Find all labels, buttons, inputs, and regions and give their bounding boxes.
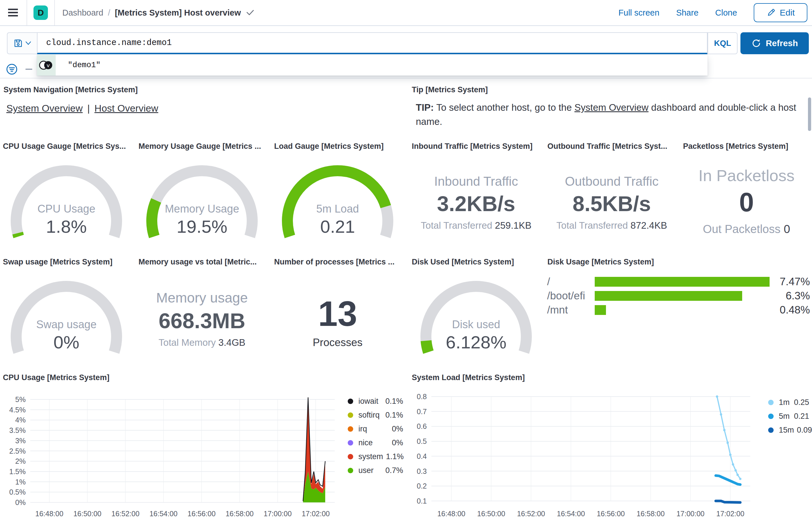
panel-title: Memory usage vs total [Metric... [139,258,257,266]
panel-title: System Navigation [Metrics System] [3,85,138,94]
metric-value: 668.3MB [136,308,269,333]
space-switcher: D [27,0,55,25]
legend-item[interactable]: 15m0.09 [768,426,809,435]
legend-item[interactable]: 5m0.21 [768,412,809,421]
search-query-input[interactable]: cloud.instance.name:demo1 [37,32,708,54]
legend-value: 0% [392,438,403,447]
system-load-line-chart[interactable]: 0.10.20.30.40.50.60.70.816:48:0016:50:00… [410,373,812,522]
space-avatar[interactable]: D [34,5,48,20]
legend-color-dot [348,440,353,446]
refresh-button[interactable]: Refresh [740,32,809,54]
top-nav: D Dashboard / [Metrics System] Host over… [0,0,812,26]
svg-text:16:52:00: 16:52:00 [112,509,139,518]
edit-button-label: Edit [780,8,795,18]
legend-value: 1.1% [386,452,404,461]
share-button[interactable]: Share [676,8,698,18]
disk-mount-label: / [547,276,595,288]
legend-item[interactable]: system1.1% [348,452,403,461]
svg-text:0.4: 0.4 [417,452,427,460]
suggestion-item-demo1[interactable]: "demo1" [56,55,100,76]
value-suggestion-icon: v [38,59,55,71]
system-navigation-links: System Overview|Host Overview [6,103,158,114]
legend-label: 1m [779,398,791,407]
metric-sub-value: 259.1KB [495,220,532,231]
metric-label: Outbound Traffic [546,174,678,188]
panel-disk-used-gauge: Disk Used [Metrics System] Disk used 6.1… [410,258,542,372]
gauge-value: 6.128% [410,332,542,353]
panel-load-gauge: Load Gauge [Metrics System] 5m Load 0.21 [271,142,404,255]
svg-text:17:02:00: 17:02:00 [716,509,744,518]
svg-text:16:48:00: 16:48:00 [35,509,63,518]
metric-value: 3.2KB/s [410,192,542,216]
legend-item[interactable]: irq0% [348,424,403,434]
legend-color-dot [768,427,774,433]
legend-item[interactable]: user0.7% [348,466,403,475]
legend-color-dot [768,414,774,419]
svg-text:0.5: 0.5 [417,437,427,445]
clone-button[interactable]: Clone [715,8,737,18]
legend-label: irq [358,424,389,434]
svg-text:16:56:00: 16:56:00 [187,509,216,518]
load-gauge [271,142,404,255]
saved-query-menu-button[interactable] [7,32,37,54]
panel-memory-usage-vs-total: Memory usage vs total [Metric... Memory … [136,258,269,372]
svg-text:16:54:00: 16:54:00 [557,509,585,518]
metric-label: Inbound Traffic [410,174,542,188]
disk-usage-row: /boot/efi6.3% [547,291,810,301]
metric-sub-label: Total Memory [159,337,216,348]
gauge-value: 19.5% [136,216,269,237]
disk-mount-label: /mnt [547,304,595,316]
svg-text:4.5%: 4.5% [9,406,26,414]
legend-label: nice [358,438,389,447]
top-nav-actions: Full screen Share Clone Edit [618,3,812,22]
cpu-chart-legend: iowait0.1%softirq0.1%irq0%nice0%system1.… [348,397,403,480]
legend-value: 0.09 [797,426,812,435]
disk-bar-track [595,277,770,287]
metric-label: Memory usage [136,290,269,306]
svg-text:5%: 5% [15,395,26,403]
pencil-icon [767,8,776,17]
svg-text:0.2: 0.2 [417,482,427,490]
legend-color-dot [348,426,353,432]
legend-value: 0.1% [385,411,403,420]
edit-button[interactable]: Edit [754,3,807,22]
breadcrumb-dashboard-link[interactable]: Dashboard [62,8,103,18]
scrollbar-thumb[interactable] [808,98,811,131]
panel-memory-usage-gauge: Memory Usage Gauge [Metrics ... Memory U… [136,142,269,255]
query-text: cloud.instance.name:demo1 [46,38,172,47]
legend-item[interactable]: softirq0.1% [348,411,403,420]
disk-bar[interactable] [595,277,770,287]
legend-color-dot [348,468,353,473]
host-overview-link[interactable]: Host Overview [94,103,158,114]
cpu-usage-area-chart[interactable]: 0%0.5%1%1.5%2%2.5%3%3.5%4%4.5%5%16:48:00… [0,373,407,522]
metric-label: Processes [271,337,404,349]
inbound-traffic-metric: Inbound Traffic 3.2KB/s Total Transferre… [410,174,542,231]
svg-text:2.5%: 2.5% [9,447,26,455]
legend-item[interactable]: iowait0.1% [348,397,403,406]
svg-text:17:00:00: 17:00:00 [264,509,292,518]
system-overview-link[interactable]: System Overview [6,103,83,114]
menu-hamburger-icon[interactable] [0,0,27,25]
metric-sub-value: 3.4GB [218,337,245,348]
legend-item[interactable]: 1m0.25 [768,398,809,407]
svg-text:1%: 1% [15,478,26,486]
filter-icon[interactable] [6,63,18,75]
legend-label: 15m [779,426,794,435]
panel-tip: Tip [Metrics System] TIP: To select anot… [412,85,810,137]
legend-label: iowait [358,397,382,406]
disk-mount-label: /boot/efi [547,290,595,302]
svg-text:0%: 0% [15,498,26,506]
panel-cpu-usage-gauge: CPU Usage Gauge [Metrics Sys... CPU Usag… [0,142,133,255]
full-screen-button[interactable]: Full screen [618,8,659,18]
disk-usage-value: 0.48% [770,304,810,316]
disk-bar[interactable] [595,305,606,315]
tip-system-overview-link[interactable]: System Overview [575,102,649,113]
svg-text:16:52:00: 16:52:00 [517,509,545,518]
legend-label: softirq [358,411,382,420]
disk-bar[interactable] [595,291,742,301]
panel-outbound-traffic: Outbound Traffic [Metrics Syst... Outbou… [546,142,678,255]
query-language-switcher[interactable]: KQL [708,32,737,54]
legend-item[interactable]: nice0% [348,438,403,447]
svg-text:0.6: 0.6 [417,422,427,430]
legend-color-dot [768,400,774,405]
